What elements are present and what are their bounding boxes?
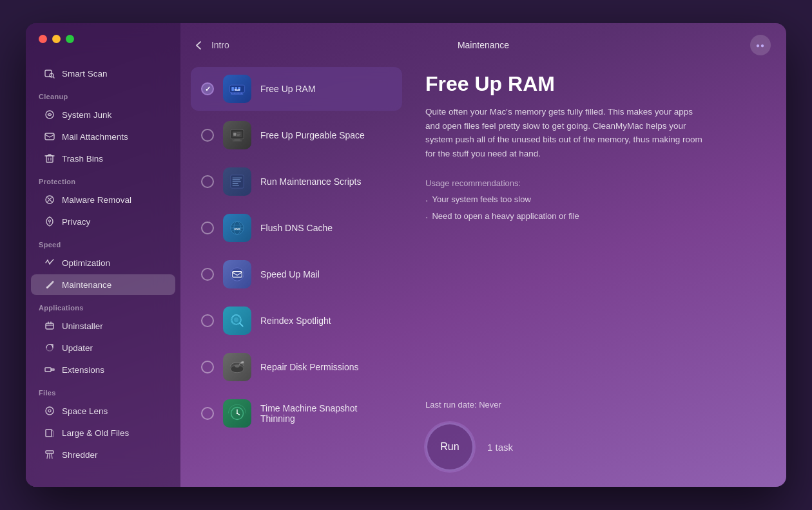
close-button[interactable] [39, 35, 47, 43]
cleanup-section-label: Cleanup [26, 85, 180, 103]
files-section-label: Files [26, 381, 180, 399]
content-area: RAM Free Up RAM [180, 67, 786, 487]
sidebar-item-trash-bins-label: Trash Bins [62, 154, 103, 164]
task-radio-free-up-purgeable[interactable] [201, 129, 214, 142]
task-radio-speed-up-mail[interactable] [201, 268, 214, 281]
svg-line-64 [240, 323, 243, 326]
last-run-label: Last run date: [425, 400, 477, 410]
svg-point-24 [48, 410, 51, 412]
task-radio-reindex-spotlight[interactable] [201, 314, 214, 327]
svg-line-29 [52, 454, 52, 458]
more-options-button[interactable]: ●● [750, 35, 771, 55]
task-item-repair-disk[interactable]: Repair Disk Permissions [191, 345, 402, 389]
extensions-icon [44, 364, 55, 375]
task-label-speed-up-mail: Speed Up Mail [260, 269, 320, 279]
sidebar-item-maintenance[interactable]: Maintenance [31, 274, 175, 295]
task-item-reindex-spotlight[interactable]: Reindex Spotlight [191, 299, 402, 343]
task-item-free-up-purgeable[interactable]: Free Up Purgeable Space [191, 113, 402, 157]
sidebar-item-updater[interactable]: Updater [31, 337, 175, 358]
sidebar-item-space-lens[interactable]: Space Lens [31, 401, 175, 421]
sidebar-item-trash-bins[interactable]: Trash Bins [31, 148, 175, 169]
svg-rect-31 [231, 87, 234, 91]
task-radio-time-machine[interactable] [201, 407, 214, 420]
run-button[interactable]: Run [425, 422, 474, 471]
sidebar-item-uninstaller[interactable]: Uninstaller [31, 316, 175, 336]
sidebar-item-optimization-label: Optimization [62, 258, 110, 268]
sidebar-item-large-old-files[interactable]: Large & Old Files [31, 422, 175, 443]
svg-line-15 [50, 261, 52, 264]
task-item-free-up-ram[interactable]: RAM Free Up RAM [191, 67, 402, 111]
sidebar-item-smart-scan[interactable]: Smart Scan [31, 63, 175, 84]
traffic-lights [39, 35, 74, 43]
task-icon-ram: RAM [223, 75, 251, 103]
sidebar: Smart Scan Cleanup System Junk Mail Att [26, 23, 180, 487]
sidebar-item-extensions-label: Extensions [62, 365, 104, 375]
speed-section-label: Speed [26, 233, 180, 251]
sidebar-item-smart-scan-label: Smart Scan [62, 69, 108, 79]
sidebar-item-shredder[interactable]: Shredder [31, 444, 175, 465]
svg-text:RAM: RAM [235, 89, 240, 91]
task-item-time-machine[interactable]: Time Machine Snapshot Thinning [191, 392, 402, 435]
back-label: Intro [211, 40, 229, 50]
fullscreen-button[interactable] [66, 35, 74, 43]
svg-line-2 [53, 77, 55, 79]
files-icon [44, 427, 55, 439]
svg-rect-43 [233, 140, 242, 141]
task-icon-dns: DNS [223, 214, 251, 242]
protection-section-label: Protection [26, 170, 180, 188]
scan-icon [44, 68, 55, 79]
sidebar-item-mail-attachments-label: Mail Attachments [62, 132, 128, 142]
trash-icon [44, 153, 55, 164]
task-icon-timemachine [223, 399, 251, 428]
updater-icon [44, 342, 55, 354]
task-label-free-up-purgeable: Free Up Purgeable Space [260, 130, 365, 140]
task-item-speed-up-mail[interactable]: Speed Up Mail [191, 252, 402, 296]
task-item-flush-dns[interactable]: DNS Flush DNS Cache [191, 206, 402, 250]
svg-rect-5 [46, 156, 53, 162]
task-icon-scripts [223, 167, 251, 196]
sidebar-item-extensions[interactable]: Extensions [31, 359, 175, 380]
applications-section-label: Applications [26, 296, 180, 314]
dots-label: ●● [756, 42, 765, 49]
task-radio-free-up-ram[interactable] [201, 82, 214, 95]
run-area: Run 1 task [425, 422, 766, 471]
sidebar-item-system-junk[interactable]: System Junk [31, 104, 175, 125]
usage-item-2: Need to open a heavy application or file [425, 211, 766, 223]
privacy-icon [44, 216, 55, 227]
svg-line-14 [48, 260, 50, 264]
task-list: RAM Free Up RAM [191, 67, 410, 477]
svg-point-23 [46, 407, 53, 415]
minimize-button[interactable] [52, 35, 61, 43]
task-item-maintenance-scripts[interactable]: Run Maintenance Scripts [191, 160, 402, 203]
sidebar-item-privacy[interactable]: Privacy [31, 211, 175, 232]
svg-point-3 [46, 111, 53, 118]
malware-icon [44, 194, 55, 205]
svg-line-27 [47, 454, 48, 458]
svg-rect-22 [45, 368, 51, 372]
svg-point-69 [235, 364, 239, 367]
sidebar-item-mail-attachments[interactable]: Mail Attachments [31, 126, 175, 147]
task-count-label: 1 task [487, 442, 513, 453]
usage-item-1: Your system feels too slow [425, 194, 766, 207]
last-run-value: Never [479, 400, 501, 410]
task-label-maintenance-scripts: Run Maintenance Scripts [260, 176, 361, 187]
task-label-reindex-spotlight: Reindex Spotlight [260, 316, 331, 326]
svg-point-17 [46, 287, 48, 288]
svg-rect-44 [233, 133, 236, 135]
svg-rect-4 [45, 133, 54, 140]
back-button[interactable]: Intro [196, 40, 229, 50]
sidebar-item-optimization[interactable]: Optimization [31, 252, 175, 273]
chevron-left-icon [196, 41, 201, 50]
svg-rect-25 [46, 430, 52, 437]
detail-panel: Free Up RAM Quite often your Mac's memor… [410, 67, 776, 477]
task-radio-flush-dns[interactable] [201, 222, 214, 234]
last-run-info: Last run date: Never [425, 400, 766, 410]
task-label-repair-disk: Repair Disk Permissions [260, 362, 358, 372]
svg-point-74 [237, 413, 238, 414]
task-label-flush-dns: Flush DNS Cache [260, 223, 333, 233]
task-radio-maintenance-scripts[interactable] [201, 175, 214, 188]
maintenance-icon [44, 279, 55, 290]
sidebar-item-privacy-label: Privacy [62, 217, 90, 227]
sidebar-item-malware-removal[interactable]: Malware Removal [31, 189, 175, 210]
task-radio-repair-disk[interactable] [201, 361, 214, 373]
